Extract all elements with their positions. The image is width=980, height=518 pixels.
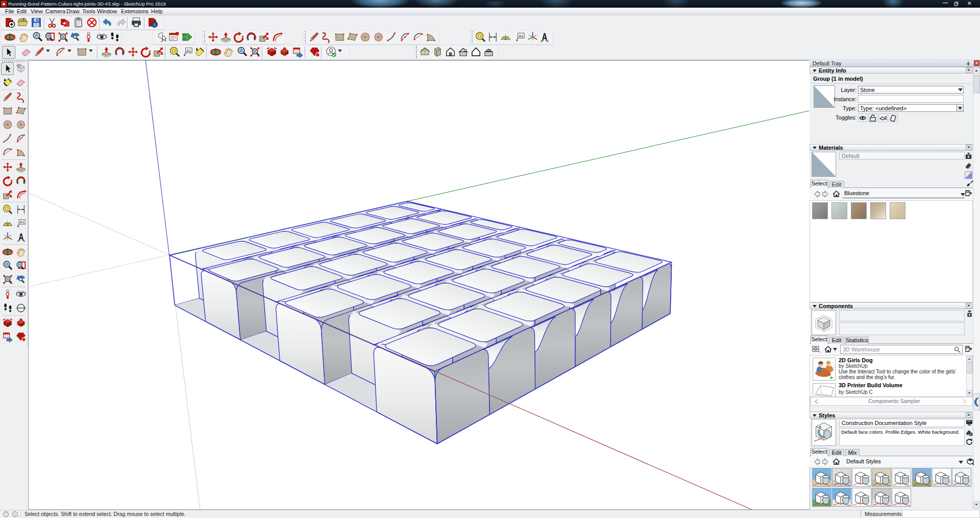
svg-text:i: i [14, 512, 15, 516]
svg-text:A1: A1 [186, 49, 191, 53]
svg-text:?: ? [5, 512, 7, 516]
svg-text:A1: A1 [20, 220, 24, 224]
svg-text:A1: A1 [519, 34, 523, 38]
